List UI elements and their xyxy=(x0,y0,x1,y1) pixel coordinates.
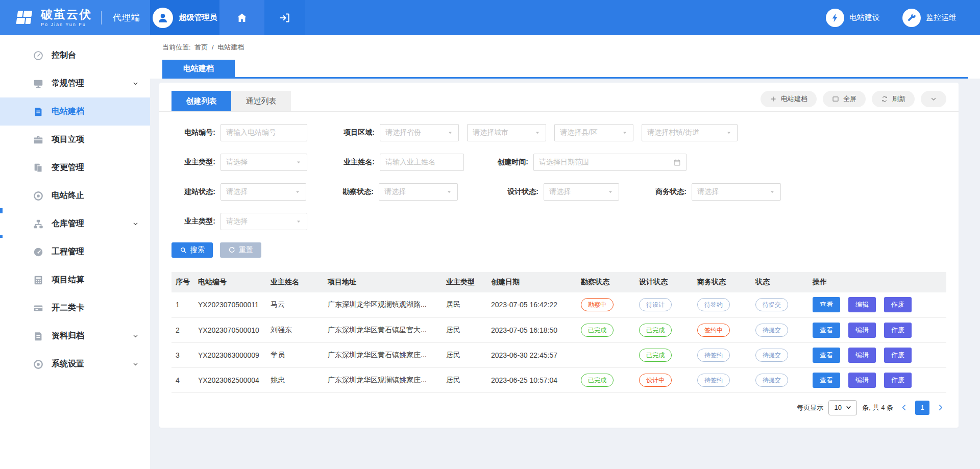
panel-actions: 电站建档全屏刷新 xyxy=(761,91,946,107)
user-name: 超级管理员 xyxy=(179,13,217,22)
select-placeholder: 请选择 xyxy=(697,187,719,196)
sidebar-item-file[interactable]: 资料归档 xyxy=(0,322,150,350)
filter-label: 商务状态: xyxy=(643,187,687,196)
filter-field-business_status: 商务状态:请选择 xyxy=(643,183,781,201)
create_time-date-input[interactable]: 请选择日期范围 xyxy=(533,154,687,171)
sidebar-item-label: 工程管理 xyxy=(52,246,84,257)
page-tab-station-archive[interactable]: 电站建档 xyxy=(162,60,235,77)
edit-button[interactable]: 编辑 xyxy=(848,323,876,338)
sidebar-item-stop-circle[interactable]: 电站终止 xyxy=(0,182,150,210)
prev-page-button[interactable] xyxy=(898,404,910,411)
survey_status-select[interactable]: 请选择 xyxy=(379,183,458,201)
view-button[interactable]: 查看 xyxy=(813,297,840,312)
view-button[interactable]: 查看 xyxy=(813,348,840,363)
stop-circle-icon xyxy=(33,190,44,202)
sidebar-item-calculator[interactable]: 项目结算 xyxy=(0,266,150,294)
region-select-3[interactable]: 请选择村镇/街道 xyxy=(642,124,738,141)
build_status-select[interactable]: 请选择 xyxy=(220,183,306,201)
sidebar-scroll-indicator xyxy=(0,208,3,213)
user-menu[interactable]: 超级管理员 xyxy=(150,0,219,35)
region-select-2[interactable]: 请选择县/区 xyxy=(554,124,633,141)
owner_type2-select[interactable]: 请选择 xyxy=(220,213,307,230)
cell-address: 广东深圳龙华区黄石镇姚家庄... xyxy=(324,342,442,367)
void-button[interactable]: 作废 xyxy=(884,373,912,388)
view-button[interactable]: 查看 xyxy=(813,323,840,338)
sidebar-item-document[interactable]: 电站建档 xyxy=(0,97,150,126)
reset-icon xyxy=(228,246,235,254)
page-number-1[interactable]: 1 xyxy=(915,401,929,415)
sidebar-item-target[interactable]: 系统设置 xyxy=(0,350,150,378)
filter-row: 业主类型:请选择 xyxy=(172,213,946,230)
action-button-label: 全屏 xyxy=(843,94,856,104)
sidebar-item-copy[interactable]: 变更管理 xyxy=(0,154,150,182)
station_code-input[interactable]: 请输入电站编号 xyxy=(220,124,307,141)
status-badge: 待签约 xyxy=(697,298,730,311)
select-placeholder: 请选择县/区 xyxy=(560,128,598,137)
reset-button[interactable]: 重置 xyxy=(220,242,261,258)
caret-down-icon xyxy=(296,159,302,165)
select-placeholder: 请选择村镇/街道 xyxy=(647,128,699,137)
filter-label: 创建时间: xyxy=(484,158,528,167)
next-page-button[interactable] xyxy=(935,404,946,411)
target-icon xyxy=(33,359,44,370)
table-header-row: 序号电站编号业主姓名项目地址业主类型创建日期勘察状态设计状态商务状态状态操作 xyxy=(172,272,946,292)
sidebar-item-sitemap[interactable]: 仓库管理 xyxy=(0,210,150,238)
sidebar-item-gauge[interactable]: 工程管理 xyxy=(0,238,150,266)
column-header: 操作 xyxy=(808,272,946,292)
void-button[interactable]: 作废 xyxy=(884,323,912,338)
breadcrumb-home-link[interactable]: 首页 xyxy=(194,43,208,51)
cell-owner-name: 马云 xyxy=(266,292,324,317)
table-row: 3YX2023063000009学员广东深圳龙华区黄石镇姚家庄...居民2023… xyxy=(172,342,946,367)
status-badge: 待提交 xyxy=(755,298,788,311)
list-tab-created[interactable]: 创建列表 xyxy=(172,91,231,111)
collapse-button[interactable] xyxy=(921,91,946,107)
owner_type-select[interactable]: 请选择 xyxy=(220,154,307,171)
list-tab-passed[interactable]: 通过列表 xyxy=(231,91,291,111)
brand-logo-icon xyxy=(14,8,35,28)
sidebar-item-briefcase[interactable]: 项目立项 xyxy=(0,126,150,154)
sidebar-item-label: 变更管理 xyxy=(52,162,84,173)
home-button[interactable] xyxy=(219,0,264,35)
select-placeholder: 请选择城市 xyxy=(473,128,508,137)
design_status-select[interactable]: 请选择 xyxy=(544,183,619,201)
chevron-down-icon xyxy=(930,95,937,103)
header-nav-lightning[interactable]: 电站建设 xyxy=(826,9,880,27)
filter-row: 业主类型:请选择业主姓名:请输入业主姓名创建时间:请选择日期范围 xyxy=(172,154,946,171)
edit-button[interactable]: 编辑 xyxy=(848,348,876,363)
action-button-refresh[interactable]: 刷新 xyxy=(872,91,915,107)
sidebar-item-label: 资料归档 xyxy=(52,331,84,341)
region-select-1[interactable]: 请选择城市 xyxy=(467,124,546,141)
view-button[interactable]: 查看 xyxy=(813,373,840,388)
filter-label: 设计状态: xyxy=(495,187,538,196)
business_status-select[interactable]: 请选择 xyxy=(692,183,781,201)
logout-button[interactable] xyxy=(264,0,305,35)
cell-created-date: 2023-06-25 10:57:04 xyxy=(487,367,577,392)
filter-field-build_status: 建站状态:请选择 xyxy=(172,183,306,201)
chevron-down-icon xyxy=(132,220,139,227)
sidebar-item-card[interactable]: 开二类卡 xyxy=(0,294,150,322)
cell-submit-status: 待提交 xyxy=(751,342,808,367)
void-button[interactable]: 作废 xyxy=(884,348,912,363)
void-button[interactable]: 作废 xyxy=(884,297,912,312)
select-placeholder: 请选择 xyxy=(384,187,406,196)
header-nav-wrench[interactable]: 监控运维 xyxy=(902,9,957,27)
column-header: 勘察状态 xyxy=(577,272,635,292)
sidebar-item-dashboard[interactable]: 控制台 xyxy=(0,41,150,69)
action-button-plus[interactable]: 电站建档 xyxy=(761,91,817,107)
cell-design-status: 设计中 xyxy=(635,367,693,392)
search-button[interactable]: 搜索 xyxy=(172,242,213,258)
cell-business-status: 待签约 xyxy=(693,367,751,392)
fullscreen-icon xyxy=(832,95,839,103)
region-select-0[interactable]: 请选择省份 xyxy=(380,124,459,141)
cell-address: 广东深圳龙华区观澜镇观湖路... xyxy=(324,292,442,317)
cell-address: 广东深圳龙华区观澜镇姚家庄... xyxy=(324,367,442,392)
sidebar-item-monitor[interactable]: 常规管理 xyxy=(0,69,150,97)
action-button-fullscreen[interactable]: 全屏 xyxy=(823,91,866,107)
station-table: 序号电站编号业主姓名项目地址业主类型创建日期勘察状态设计状态商务状态状态操作1Y… xyxy=(172,272,946,393)
edit-button[interactable]: 编辑 xyxy=(848,373,876,388)
owner_name-input[interactable]: 请输入业主姓名 xyxy=(380,154,464,171)
filter-field-station_code: 电站编号:请输入电站编号 xyxy=(172,124,307,141)
edit-button[interactable]: 编辑 xyxy=(848,297,876,312)
page-size-select[interactable]: 10 xyxy=(828,400,857,415)
caret-down-icon xyxy=(607,189,614,195)
